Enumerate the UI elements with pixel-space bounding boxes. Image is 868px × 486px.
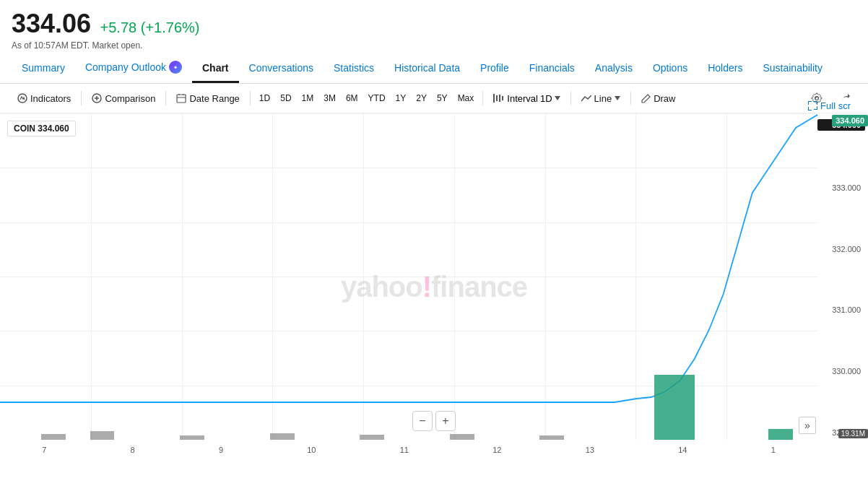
tab-company-outlook-label: Company Outlook [85,61,166,73]
chart-toolbar: Full scr Indicators Comparison Date Rang… [0,84,868,113]
y-label-330: 330.000 [817,367,865,376]
tab-options[interactable]: Options [643,55,698,83]
y-label-331: 331.000 [817,305,865,314]
company-outlook-icon: ✦ [169,61,182,74]
zoom-in-button[interactable]: + [435,411,456,431]
y-axis: 334.060 333.000 332.000 331.000 330.000 … [817,113,868,460]
x-label-7: 7 [42,446,46,454]
y-label-333: 333.000 [817,183,865,192]
price-header: 334.06 +5.78 (+1.76%) As of 10:57AM EDT.… [0,0,868,53]
x-label-10: 10 [307,446,316,454]
change-pct: (+1.76%) [141,19,200,35]
fullscreen-button[interactable]: Full scr [802,97,856,114]
tab-holders[interactable]: Holders [698,55,752,83]
tab-company-outlook[interactable]: Company Outlook ✦ [75,53,192,83]
expand-arrow[interactable]: » [799,417,816,434]
tab-historical-data[interactable]: Historical Data [384,55,470,83]
vol-bar-6 [450,434,474,440]
tab-summary[interactable]: Summary [12,55,75,83]
vol-bar-1 [41,434,66,440]
nav-tabs: Summary Company Outlook ✦ Chart Conversa… [0,53,868,84]
yahoo-watermark: yahoo!finance [341,271,527,303]
tab-chart[interactable]: Chart [192,55,239,83]
x-label-12: 12 [492,446,501,454]
chart-tooltip: COIN 334.060 [7,121,76,136]
chart-area: yahoo!finance COIN 334.060 [0,113,868,460]
x-label-11: 11 [400,446,409,454]
x-label-1: 1 [771,446,776,454]
tab-sustainability[interactable]: Sustainability [752,55,833,83]
stock-price: 334.06 [12,9,91,38]
current-price-badge: 334.060 [832,115,868,126]
price-meta: As of 10:57AM EDT. Market open. [12,40,856,51]
x-label-13: 13 [586,446,594,454]
y-label-332: 332.000 [817,245,865,253]
vol-bar-last [768,429,793,440]
price-polyline [0,115,817,402]
vol-bar-main [654,375,695,440]
x-label-8: 8 [131,446,135,454]
vol-bar-2 [90,431,115,440]
tab-profile[interactable]: Profile [470,55,519,83]
fullscreen-label: Full scr [820,100,851,111]
fullscreen-icon [808,101,817,110]
svg-text:✦: ✦ [173,64,178,71]
tab-statistics[interactable]: Statistics [324,55,384,83]
vol-bar-4 [270,433,295,440]
zoom-controls: − + [412,411,456,431]
volume-badge: 19.31M [838,429,868,438]
zoom-out-button[interactable]: − [412,411,433,431]
tab-analysis[interactable]: Analysis [585,55,643,83]
volume-area [0,368,817,440]
expand-icon: » [804,420,810,431]
stock-change: +5.78 (+1.76%) [100,19,200,35]
tab-conversations[interactable]: Conversations [239,55,324,83]
exclaim: ! [422,271,431,303]
x-label-9: 9 [219,446,223,454]
x-label-14: 14 [678,446,687,454]
tab-financials[interactable]: Financials [519,55,585,83]
vol-bar-5 [360,435,384,440]
x-axis: 7 8 9 10 11 12 13 14 1 [0,440,817,460]
change-value: +5.78 [100,19,137,35]
